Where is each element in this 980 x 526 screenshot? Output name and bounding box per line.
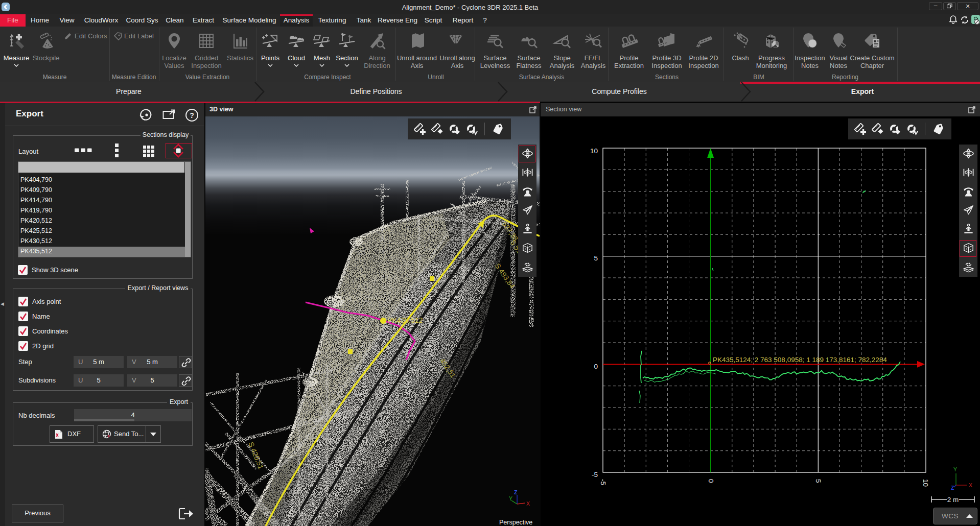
svg-text:-5: -5 (592, 471, 598, 479)
svg-text:10: 10 (590, 147, 598, 155)
svg-text:Z: Z (951, 485, 954, 491)
svg-text:PK435,5124; 2 763 508,0958; 1: PK435,5124; 2 763 508,0958; 1 189 173,81… (713, 356, 887, 364)
svg-text:X: X (969, 482, 972, 488)
svg-text:10: 10 (922, 479, 929, 487)
svg-text:Y: Y (953, 466, 957, 472)
svg-text:0: 0 (707, 479, 715, 483)
svg-text:Y: Y (509, 495, 512, 501)
svg-text:0: 0 (594, 363, 598, 370)
svg-text:X: X (526, 500, 530, 507)
svg-text:-5: -5 (599, 479, 607, 485)
svg-text:PK435,512: PK435,512 (387, 316, 423, 324)
svg-text:?: ? (190, 111, 194, 119)
svg-text:5: 5 (814, 479, 822, 483)
svg-text:5: 5 (594, 254, 598, 262)
svg-text:Z: Z (514, 489, 518, 495)
svg-text:2 m: 2 m (947, 496, 959, 504)
svg-text:Perspective: Perspective (499, 519, 532, 526)
